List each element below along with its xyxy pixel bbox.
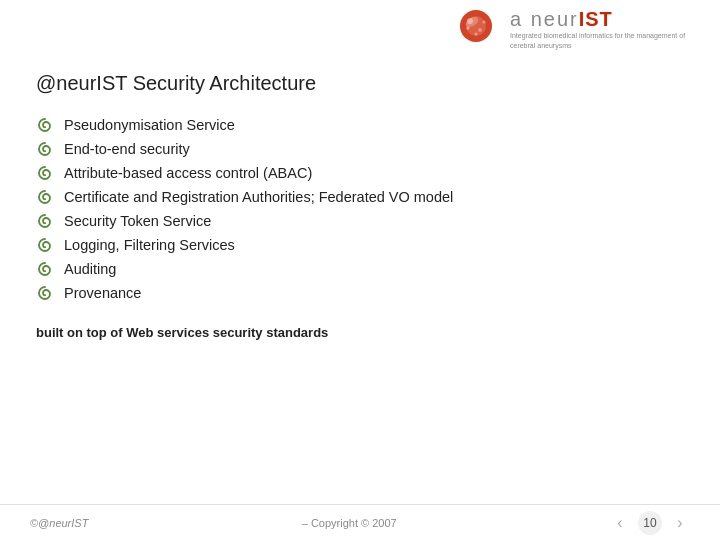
bullet-icon	[36, 236, 54, 254]
bullet-text: Logging, Filtering Services	[64, 237, 235, 253]
logo-brand-ist: IST	[579, 8, 613, 31]
bullet-item: End-to-end security	[36, 137, 684, 161]
bullet-text: Pseudonymisation Service	[64, 117, 235, 133]
page-number: 10	[638, 511, 662, 535]
logo-text: a neurIST Integrated biomedical informat…	[510, 8, 700, 49]
footer-bar: ©@neurIST – Copyright © 2007 ‹ 10 ›	[0, 504, 720, 540]
svg-point-7	[475, 33, 478, 36]
bullet-icon	[36, 116, 54, 134]
svg-point-3	[467, 18, 473, 24]
footer-left: ©@neurIST	[30, 517, 88, 529]
bullet-text: Auditing	[64, 261, 116, 277]
footer-right: ‹ 10 ›	[610, 511, 690, 535]
bullet-icon	[36, 164, 54, 182]
slide-title: @neurIST Security Architecture	[36, 72, 684, 95]
logo-icon	[450, 8, 502, 50]
bullet-text: Attribute-based access control (ABAC)	[64, 165, 312, 181]
bullet-item: Pseudonymisation Service	[36, 113, 684, 137]
header: a neurIST Integrated biomedical informat…	[0, 0, 720, 54]
footer-statement: built on top of Web services security st…	[36, 325, 684, 340]
logo-tagline: Integrated biomedical informatics for th…	[510, 31, 700, 49]
svg-point-4	[478, 28, 482, 32]
bullet-list: Pseudonymisation Service End-to-end secu…	[36, 113, 684, 305]
bullet-text: End-to-end security	[64, 141, 190, 157]
bullet-item: Attribute-based access control (ABAC)	[36, 161, 684, 185]
footer-center: – Copyright © 2007	[302, 517, 397, 529]
bullet-icon	[36, 212, 54, 230]
logo-brand-a: a neur	[510, 8, 579, 31]
prev-arrow[interactable]: ‹	[610, 513, 630, 533]
bullet-icon	[36, 140, 54, 158]
bullet-text: Security Token Service	[64, 213, 211, 229]
bullet-text: Certificate and Registration Authorities…	[64, 189, 453, 205]
bullet-icon	[36, 260, 54, 278]
bullet-item: Certificate and Registration Authorities…	[36, 185, 684, 209]
next-arrow[interactable]: ›	[670, 513, 690, 533]
bullet-text: Provenance	[64, 285, 141, 301]
bullet-item: Logging, Filtering Services	[36, 233, 684, 257]
bullet-item: Auditing	[36, 257, 684, 281]
bullet-icon	[36, 284, 54, 302]
bullet-icon	[36, 188, 54, 206]
logo: a neurIST Integrated biomedical informat…	[450, 8, 700, 50]
svg-point-6	[483, 21, 486, 24]
bullet-item: Security Token Service	[36, 209, 684, 233]
slide-content: @neurIST Security Architecture Pseudonym…	[0, 54, 720, 354]
bullet-item: Provenance	[36, 281, 684, 305]
svg-point-5	[467, 27, 470, 30]
